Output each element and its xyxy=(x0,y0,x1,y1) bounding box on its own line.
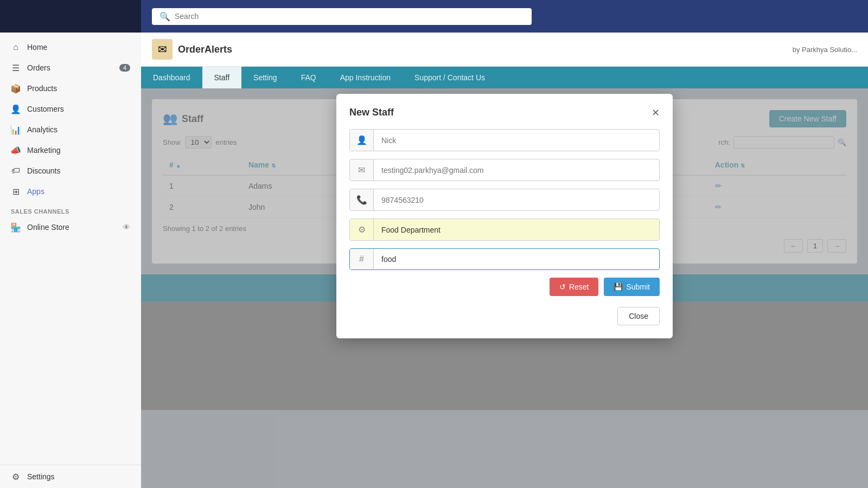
sidebar-nav: ⌂ Home ☰ Orders 4 📦 Products 👤 Customers… xyxy=(0,33,141,465)
tag-icon: # xyxy=(350,249,374,269)
submit-icon: 💾 xyxy=(614,282,623,291)
sidebar-item-products[interactable]: 📦 Products xyxy=(0,78,141,99)
search-icon: 🔍 xyxy=(159,11,170,22)
sidebar-item-customers[interactable]: 👤 Customers xyxy=(0,99,141,119)
phone-input[interactable] xyxy=(374,190,659,210)
email-field: ✉ xyxy=(349,159,660,181)
department-field: ⚙ xyxy=(349,219,660,241)
sidebar-item-label: Discounts xyxy=(27,166,60,175)
home-icon: ⌂ xyxy=(11,42,21,52)
main-content: 🔍 ✉ OrderAlerts by Parkhya Solutio... Da… xyxy=(141,0,868,488)
name-field: 👤 xyxy=(349,129,660,151)
search-box[interactable]: 🔍 xyxy=(152,8,532,25)
online-store-icon: 🏪 xyxy=(11,222,21,232)
sidebar-item-label: Home xyxy=(27,43,47,52)
modal-footer: Close xyxy=(349,307,660,325)
user-icon: 👤 xyxy=(350,130,374,151)
sidebar-item-online-store[interactable]: 🏪 Online Store 👁 xyxy=(0,217,141,237)
sidebar-item-marketing[interactable]: 📣 Marketing xyxy=(0,140,141,160)
sidebar-item-discounts[interactable]: 🏷 Discounts xyxy=(0,160,141,181)
sidebar: ⌂ Home ☰ Orders 4 📦 Products 👤 Customers… xyxy=(0,0,141,488)
orders-badge: 4 xyxy=(119,64,130,72)
app-logo-emoji: ✉ xyxy=(158,43,167,56)
modal-close-x-button[interactable]: ✕ xyxy=(652,108,660,118)
app-by: by Parkhya Solutio... xyxy=(793,46,857,54)
email-icon: ✉ xyxy=(350,159,374,181)
sidebar-item-label: Orders xyxy=(27,63,50,72)
orders-icon: ☰ xyxy=(11,63,21,73)
modal-actions: ↺ Reset 💾 Submit xyxy=(349,278,660,296)
settings-label: Settings xyxy=(27,472,55,481)
app-brand: ✉ OrderAlerts xyxy=(152,39,232,60)
tag-input[interactable] xyxy=(374,249,659,269)
sales-channels-label: SALES CHANNELS xyxy=(0,202,141,217)
reset-label: Reset xyxy=(569,282,589,291)
email-input[interactable] xyxy=(374,160,659,180)
tab-faq[interactable]: FAQ xyxy=(289,67,328,88)
sidebar-item-analytics[interactable]: 📊 Analytics xyxy=(0,119,141,140)
topbar: 🔍 xyxy=(141,0,868,33)
sidebar-top xyxy=(0,0,141,33)
tab-app-instruction[interactable]: App Instruction xyxy=(328,67,403,88)
settings-icon: ⚙ xyxy=(11,472,21,481)
sidebar-item-label: Products xyxy=(27,84,57,93)
department-icon: ⚙ xyxy=(350,219,374,240)
marketing-icon: 📣 xyxy=(11,145,21,155)
sidebar-bottom: ⚙ Settings xyxy=(0,465,141,488)
submit-button[interactable]: 💾 Submit xyxy=(604,278,660,296)
sidebar-item-label: Marketing xyxy=(27,146,60,155)
reset-button[interactable]: ↺ Reset xyxy=(550,278,599,296)
reset-icon: ↺ xyxy=(559,282,566,291)
phone-icon: 📞 xyxy=(350,189,374,210)
apps-icon: ⊞ xyxy=(11,187,21,196)
tab-staff[interactable]: Staff xyxy=(202,67,242,88)
products-icon: 📦 xyxy=(11,84,21,93)
online-store-label: Online Store xyxy=(27,223,69,232)
sidebar-item-label: Analytics xyxy=(27,125,58,134)
eye-icon: 👁 xyxy=(123,223,130,232)
search-input[interactable] xyxy=(175,12,524,21)
tab-dashboard[interactable]: Dashboard xyxy=(141,67,202,88)
app-logo: ✉ xyxy=(152,39,173,60)
customers-icon: 👤 xyxy=(11,104,21,114)
submit-label: Submit xyxy=(626,282,650,291)
modal-overlay: New Staff ✕ 👤 ✉ 📞 xyxy=(141,88,868,488)
discounts-icon: 🏷 xyxy=(11,166,21,176)
app-header: ✉ OrderAlerts by Parkhya Solutio... xyxy=(141,33,868,67)
department-input[interactable] xyxy=(374,220,659,240)
modal-title: New Staff xyxy=(349,107,394,118)
sidebar-item-label: Apps xyxy=(27,187,44,196)
phone-field: 📞 xyxy=(349,189,660,211)
app-title: OrderAlerts xyxy=(178,44,232,55)
content-bg: 👥 Staff Create New Staff Show 10 25 50 e… xyxy=(141,88,868,488)
sidebar-item-apps[interactable]: ⊞ Apps xyxy=(0,181,141,202)
sidebar-item-home[interactable]: ⌂ Home xyxy=(0,37,141,57)
app-nav: Dashboard Staff Setting FAQ App Instruct… xyxy=(141,67,868,88)
sidebar-item-label: Customers xyxy=(27,105,64,113)
app-area: ✉ OrderAlerts by Parkhya Solutio... Dash… xyxy=(141,33,868,488)
tag-field: # xyxy=(349,248,660,270)
sidebar-item-orders[interactable]: ☰ Orders 4 xyxy=(0,57,141,78)
analytics-icon: 📊 xyxy=(11,125,21,134)
new-staff-modal: New Staff ✕ 👤 ✉ 📞 xyxy=(336,94,673,338)
close-button[interactable]: Close xyxy=(617,307,660,325)
tab-setting[interactable]: Setting xyxy=(241,67,289,88)
modal-header: New Staff ✕ xyxy=(349,107,660,118)
sidebar-item-settings[interactable]: ⚙ Settings xyxy=(11,472,130,481)
tab-support[interactable]: Support / Contact Us xyxy=(403,67,497,88)
name-input[interactable] xyxy=(374,131,659,150)
